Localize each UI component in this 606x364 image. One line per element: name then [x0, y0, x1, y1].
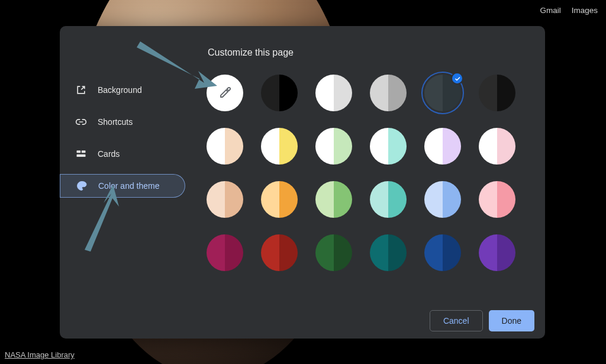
header-links: Gmail Images [540, 6, 598, 15]
color-swatch[interactable] [370, 75, 407, 111]
images-link[interactable]: Images [572, 6, 598, 15]
image-frame-icon [75, 84, 87, 96]
color-swatch[interactable] [315, 181, 352, 218]
sidebar-item-shortcuts[interactable]: Shortcuts [60, 110, 185, 134]
color-swatch[interactable] [424, 75, 461, 111]
modal-footer: Cancel Done [60, 303, 545, 339]
color-swatch[interactable] [479, 128, 515, 165]
modal-title: Customize this page [208, 47, 527, 58]
color-swatch[interactable] [261, 181, 298, 218]
color-swatch[interactable] [207, 128, 243, 165]
color-swatch[interactable] [315, 128, 352, 165]
svg-marker-7 [137, 41, 217, 89]
svg-marker-8 [85, 185, 119, 252]
gmail-link[interactable]: Gmail [540, 6, 560, 15]
cancel-button[interactable]: Cancel [430, 310, 483, 331]
color-swatch[interactable] [370, 128, 407, 165]
color-swatch-grid [207, 75, 527, 271]
attribution-link[interactable]: NASA Image Library [5, 350, 75, 359]
svg-rect-2 [77, 154, 86, 157]
sidebar-item-cards[interactable]: Cards [60, 142, 185, 166]
annotation-arrow-to-sidebar [79, 182, 132, 253]
color-swatch[interactable] [315, 75, 352, 111]
color-swatch[interactable] [424, 181, 461, 218]
svg-rect-0 [77, 150, 81, 153]
color-swatch[interactable] [370, 181, 407, 218]
color-swatch[interactable] [261, 234, 298, 271]
color-swatch[interactable] [207, 181, 243, 218]
color-swatch[interactable] [424, 234, 461, 271]
color-swatch[interactable] [479, 75, 515, 111]
svg-rect-1 [82, 150, 86, 153]
color-swatch[interactable] [261, 75, 298, 111]
sidebar-item-label: Shortcuts [98, 117, 133, 127]
done-button[interactable]: Done [489, 310, 534, 331]
modal-main: Customize this page [189, 26, 545, 303]
check-badge-icon [451, 72, 463, 85]
color-swatch[interactable] [207, 234, 243, 271]
color-swatch[interactable] [370, 234, 407, 271]
cards-icon [75, 148, 87, 160]
sidebar-item-label: Cards [98, 149, 120, 159]
color-swatch[interactable] [479, 234, 515, 271]
color-swatch[interactable] [479, 181, 515, 218]
color-swatch[interactable] [261, 128, 298, 165]
link-icon [75, 116, 87, 128]
annotation-arrow-to-picker [128, 36, 223, 101]
color-swatch[interactable] [424, 128, 461, 165]
color-swatch[interactable] [315, 234, 352, 271]
